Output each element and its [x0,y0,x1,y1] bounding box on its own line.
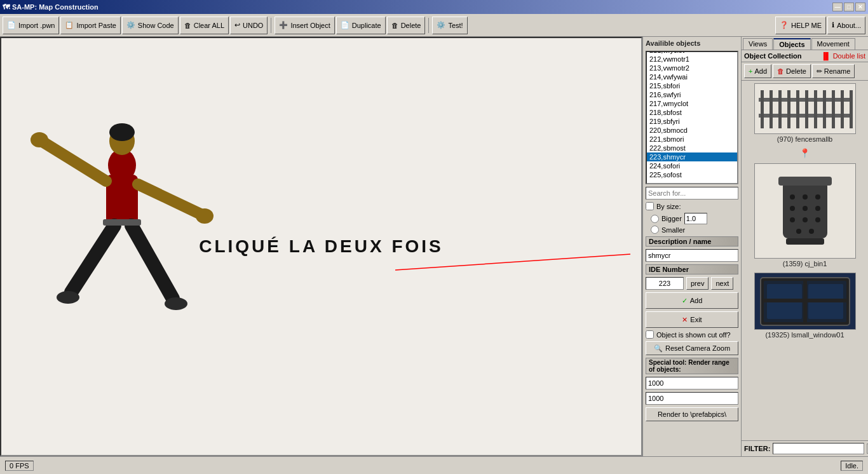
clear-all-icon: 🗑 [184,22,191,29]
bigger-radio[interactable] [651,215,659,223]
ide-number-input[interactable] [646,277,684,290]
collection-item[interactable]: (970) fencesmallb [744,83,865,143]
list-item[interactable]: 219,sbfyri [647,117,737,126]
exit-icon: ✕ [682,316,688,324]
help-me-button[interactable]: ❓ HELP ME [775,17,826,34]
svg-line-7 [132,226,173,299]
import-pwn-button[interactable]: 📄 Import .pwn [3,17,59,34]
filter-label: FILTER: [744,445,770,452]
list-item[interactable]: 224,sofori [647,161,737,170]
delete-icon: 🗑 [391,22,398,29]
description-label: Description / name [646,236,738,247]
clear-all-button[interactable]: 🗑 Clear ALL [180,17,229,34]
add-icon: + [749,67,752,75]
camera-icon: 🔍 [654,344,663,353]
collection-item-bin[interactable]: (1359) cj_bin1 [744,163,865,267]
right-panel: Availible objects 211,wfyclot212,vwmotr1… [642,37,741,456]
tab-movement[interactable]: Movement [811,38,855,50]
item-preview-window [754,273,856,330]
toolbar-separator [271,18,271,33]
svg-rect-24 [832,90,835,128]
svg-point-34 [815,206,820,211]
filter-input[interactable] [773,443,864,454]
list-item[interactable]: 222,sbmost [647,144,737,152]
smaller-row: Smaller [651,226,738,234]
svg-rect-20 [796,90,799,128]
import-paste-button[interactable]: 📋 Import Paste [60,17,120,34]
minimize-button[interactable]: — [832,3,843,11]
insert-object-button[interactable]: ➕ Insert Object [275,17,334,34]
list-item[interactable]: 220,sbmocd [647,126,737,135]
smaller-radio[interactable] [651,226,659,234]
list-item[interactable]: 215,sbfori [647,81,737,90]
size-radio-group: Bigger Smaller [651,213,738,234]
tab-views[interactable]: Views [743,38,773,50]
range-input-1[interactable] [646,377,738,389]
undo-button[interactable]: ↩ UNDO [230,17,268,34]
svg-point-2 [109,123,135,141]
about-button[interactable]: ℹ About... [827,17,865,34]
item-label-fence: (970) fencesmallb [777,135,832,143]
maximize-button[interactable]: □ [844,3,854,11]
about-icon: ℹ [832,21,834,29]
collection-rename-button[interactable]: ✏ Rename [812,64,855,78]
collection-label: Object Collection [744,52,801,60]
titlebar-controls: — □ ✕ [832,3,865,11]
svg-rect-26 [850,90,853,128]
prev-button[interactable]: prev [686,277,709,290]
collection-add-button[interactable]: + Add [744,64,771,78]
item-label-bin: (1359) cj_bin1 [783,260,827,267]
search-input[interactable] [646,187,738,200]
add-object-button[interactable]: ✓ Add [646,292,738,309]
bigger-row: Bigger [651,213,738,224]
svg-rect-28 [778,177,832,186]
double-list-icon: ▐▌ [821,52,831,60]
exit-button[interactable]: ✕ Exit [646,311,738,328]
smaller-label: Smaller [661,226,685,234]
tab-objects[interactable]: Objects [773,38,810,50]
list-item[interactable]: 218,sbfost [647,108,737,117]
reset-camera-button[interactable]: 🔍 Reset Camera Zoom [646,341,738,355]
canvas-area[interactable]: CLIQUÉ LA DEUX FOIS [0,37,642,456]
main-area: CLIQUÉ LA DEUX FOIS Availible objects 21… [0,37,868,456]
show-code-button[interactable]: ⚙️ Show Code [122,17,179,34]
statusbar: 0 FPS Idle. [0,456,868,474]
list-item[interactable]: 225,sofost [647,170,737,179]
list-item[interactable]: 221,sbmori [647,135,737,144]
help-icon: ❓ [780,21,789,29]
collection-delete-button[interactable]: 🗑 Delete [773,64,811,78]
render-button[interactable]: Render to \prefabpics\ [646,407,738,421]
duplicate-button[interactable]: 📄 Duplicate [336,17,386,34]
list-item[interactable]: 223,shmycr [647,152,737,161]
svg-point-31 [815,194,820,200]
collection-items: (970) fencesmallb 📍 [742,81,868,440]
size-input[interactable] [684,213,707,224]
item-label-window: (19325) lsmall_window01 [765,331,844,339]
undo-icon: ↩ [234,21,240,29]
delete-button[interactable]: 🗑 Delete [387,17,426,34]
import-pwn-icon: 📄 [7,21,16,29]
collection-item-window[interactable]: (19325) lsmall_window01 [744,273,865,339]
rename-icon: ✏ [817,67,822,76]
collection-panel: Views Objects Movement Object Collection… [741,37,868,456]
double-list-button[interactable]: ▐▌ Double list [821,52,865,60]
description-input[interactable] [646,249,738,262]
list-item[interactable]: 212,vwmotr1 [647,55,737,64]
ide-number-label: IDE Number [646,264,738,274]
svg-point-36 [803,217,808,222]
object-list[interactable]: 211,wfyclot212,vwmotr1213,vwmotr2214,vwf… [647,52,737,179]
cutoff-label: Object is shown cut off? [656,331,731,339]
cutoff-checkbox[interactable] [646,330,654,339]
list-item[interactable]: 217,wmyclot [647,99,737,108]
by-size-checkbox[interactable] [646,202,654,210]
svg-rect-16 [761,90,764,128]
next-button[interactable]: next [711,277,733,290]
list-item[interactable]: 213,vwmotr2 [647,64,737,72]
list-item[interactable]: 214,vwfywai [647,72,737,81]
test-button[interactable]: ⚙️ Test! [432,17,467,34]
canvas-text: CLIQUÉ LA DEUX FOIS [199,236,444,257]
by-size-label: By size: [656,203,681,210]
close-button[interactable]: ✕ [855,3,865,11]
range-input-2[interactable] [646,392,738,405]
list-item[interactable]: 216,swfyri [647,90,737,99]
